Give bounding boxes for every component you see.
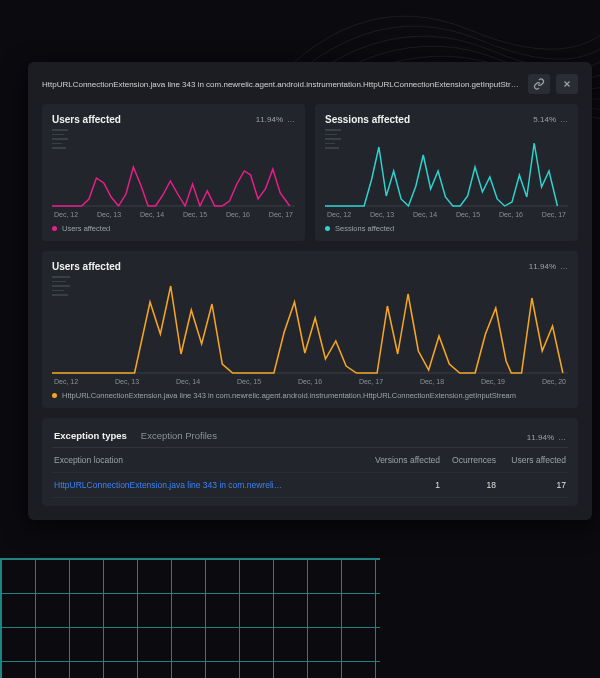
legend-label: Users affected	[62, 224, 110, 233]
cell-versions: 1	[370, 480, 440, 490]
users-large-chart	[52, 276, 568, 374]
x-axis: Dec, 12 Dec, 13 Dec, 14 Dec, 15 Dec, 16 …	[325, 211, 568, 218]
col-users: Users affected	[496, 455, 566, 465]
exceptions-table: Exception location Versions affected Ocu…	[52, 447, 568, 498]
charts-row-top: Users affected 11.94% … Dec, 12 Dec, 13 …	[42, 104, 578, 241]
panel-title: HttpURLConnectionExtension.java line 343…	[42, 80, 528, 89]
table-row[interactable]: HttpURLConnectionExtension.java line 343…	[52, 473, 568, 498]
legend-dot-icon	[52, 226, 57, 231]
chart-title: Users affected	[52, 261, 121, 272]
tab-exception-profiles[interactable]: Exception Profiles	[141, 430, 217, 445]
panel-actions	[528, 74, 578, 94]
users-affected-large-card: Users affected 11.94% … Dec, 12 Dec, 13 …	[42, 251, 578, 408]
chart-metric: 11.94%	[529, 262, 556, 271]
link-icon[interactable]	[528, 74, 550, 94]
x-axis: Dec, 12 Dec, 13 Dec, 14 Dec, 15 Dec, 16 …	[52, 211, 295, 218]
legend-label: HttpURLConnectionExtension.java line 343…	[62, 391, 516, 400]
main-panel: HttpURLConnectionExtension.java line 343…	[28, 62, 592, 520]
exceptions-card: Exception types Exception Profiles 11.94…	[42, 418, 578, 506]
legend: Users affected	[52, 224, 295, 233]
y-axis-placeholder	[52, 129, 68, 149]
chart-title: Sessions affected	[325, 114, 410, 125]
table-header-row: Exception location Versions affected Ocu…	[52, 448, 568, 473]
chart-menu-icon[interactable]: …	[560, 262, 568, 271]
legend: Sessions affected	[325, 224, 568, 233]
decorative-grid	[0, 558, 380, 678]
legend-dot-icon	[325, 226, 330, 231]
x-axis: Dec, 12 Dec, 13 Dec, 14 Dec, 15 Dec, 16 …	[52, 378, 568, 385]
chart-menu-icon[interactable]: …	[287, 115, 295, 124]
tab-menu-icon[interactable]: …	[558, 433, 566, 442]
users-small-chart	[52, 129, 295, 207]
legend-dot-icon	[52, 393, 57, 398]
col-occurrences: Ocurrences	[440, 455, 496, 465]
col-location: Exception location	[54, 455, 370, 465]
y-axis-placeholder	[325, 129, 341, 149]
cell-occurrences: 18	[440, 480, 496, 490]
sessions-small-chart	[325, 129, 568, 207]
tab-exception-types[interactable]: Exception types	[54, 430, 127, 445]
panel-header: HttpURLConnectionExtension.java line 343…	[42, 74, 578, 94]
legend: HttpURLConnectionExtension.java line 343…	[52, 391, 568, 400]
chart-metric: 11.94%	[256, 115, 283, 124]
users-affected-small-card: Users affected 11.94% … Dec, 12 Dec, 13 …	[42, 104, 305, 241]
chart-title: Users affected	[52, 114, 121, 125]
sessions-affected-small-card: Sessions affected 5.14% … Dec, 12 Dec, 1…	[315, 104, 578, 241]
col-versions: Versions affected	[370, 455, 440, 465]
y-axis-placeholder	[52, 276, 70, 296]
chart-menu-icon[interactable]: …	[560, 115, 568, 124]
close-icon[interactable]	[556, 74, 578, 94]
tabs: Exception types Exception Profiles 11.94…	[52, 424, 568, 445]
cell-users: 17	[496, 480, 566, 490]
tab-metric: 11.94%	[527, 433, 554, 442]
exception-location-link[interactable]: HttpURLConnectionExtension.java line 343…	[54, 480, 370, 490]
legend-label: Sessions affected	[335, 224, 394, 233]
chart-metric: 5.14%	[533, 115, 556, 124]
